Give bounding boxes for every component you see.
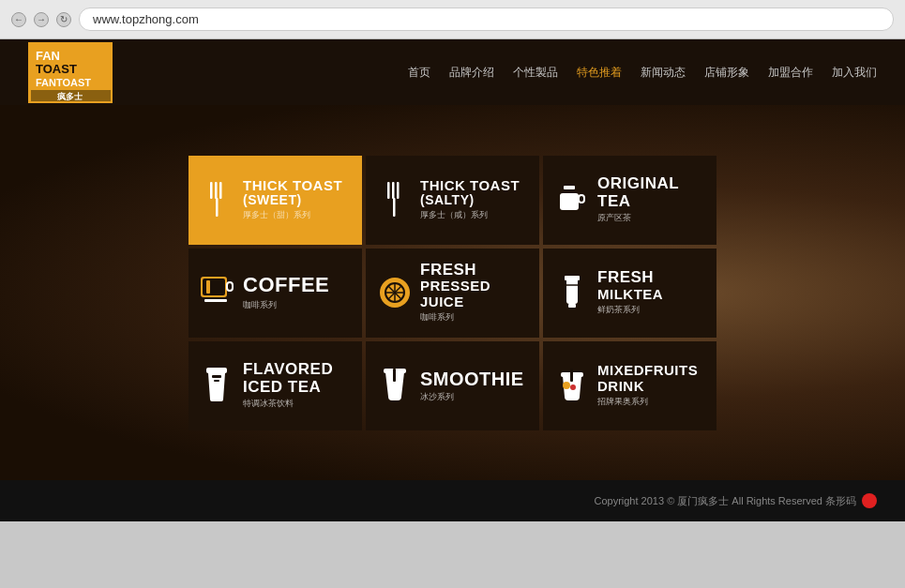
nav-news[interactable]: 新闻动态: [641, 65, 686, 81]
svg-rect-7: [215, 182, 218, 199]
menu-item-smoothie[interactable]: SMOOTHIE 冰沙系列: [366, 341, 539, 430]
cell-subtitle-mixedfruits-cn: 招牌果奥系列: [597, 396, 698, 408]
cell-title-milktea2: MILKTEA: [597, 287, 663, 303]
cell-title-juice2: PRESSED JUICE: [420, 279, 528, 309]
hero-section: THICK TOAST (SWEET) 厚多士（甜）系列 THICK TOA: [0, 105, 905, 480]
weibo-icon[interactable]: [862, 493, 877, 508]
iced-tea-icon: [200, 368, 235, 403]
menu-grid: THICK TOAST (SWEET) 厚多士（甜）系列 THICK TOA: [189, 156, 716, 430]
cell-text-mixedfruits: MIXEDFRUITS DRINK 招牌果奥系列: [597, 363, 698, 408]
main-nav: 首页 品牌介绍 个性製品 特色推着 新闻动态 店铺形象 加盟合作 加入我们: [408, 65, 877, 81]
menu-item-original-tea[interactable]: ORIGINAL TEA 原产区茶: [543, 156, 716, 245]
nav-join[interactable]: 加入我们: [832, 65, 877, 81]
fork-icon: [200, 182, 235, 218]
fork-icon-2: [377, 182, 413, 218]
svg-rect-20: [204, 299, 227, 302]
cell-title-juice: FRESH: [420, 262, 528, 279]
cell-title-mixedfruits2: DRINK: [597, 379, 698, 395]
svg-rect-32: [206, 368, 227, 373]
cell-title-iced-tea: FLAVORED: [243, 361, 333, 379]
svg-rect-16: [564, 186, 575, 189]
nav-brand[interactable]: 品牌介绍: [449, 65, 494, 81]
cell-subtitle-original-tea-cn: 原产区茶: [597, 212, 705, 224]
smoothie-icon: [377, 368, 413, 403]
svg-rect-34: [214, 380, 219, 382]
cell-title: THICK TOAST: [243, 178, 342, 194]
logo[interactable]: FAN TOAST FANTOAST 疯多士: [28, 42, 113, 103]
svg-rect-19: [227, 282, 233, 291]
cell-subtitle-salty: (SALTY): [420, 193, 520, 207]
menu-item-fresh-pressed-juice[interactable]: FRESH PRESSED JUICE 咖啡系列: [366, 249, 539, 338]
cell-subtitle-smoothie-cn: 冰沙系列: [420, 391, 524, 403]
cell-text: THICK TOAST (SWEET) 厚多士（甜）系列: [243, 178, 342, 222]
svg-rect-18: [203, 279, 225, 295]
svg-point-40: [570, 384, 576, 390]
svg-rect-10: [387, 182, 390, 199]
cell-subtitle-milktea-cn: 鲜奶茶系列: [597, 304, 663, 316]
svg-rect-29: [565, 276, 580, 280]
nav-home[interactable]: 首页: [408, 65, 430, 81]
svg-rect-38: [570, 369, 573, 382]
svg-text:FAN: FAN: [36, 49, 60, 63]
svg-rect-36: [393, 369, 396, 382]
svg-rect-30: [568, 304, 576, 308]
svg-rect-12: [397, 182, 400, 199]
svg-text:疯多士: 疯多士: [56, 92, 83, 101]
cell-text-juice: FRESH PRESSED JUICE 咖啡系列: [420, 262, 528, 324]
browser-chrome: ← → ↻ www.topzhong.com: [0, 0, 905, 39]
cell-subtitle-iced-tea-cn: 特调冰茶饮料: [243, 398, 333, 410]
cell-subtitle-coffee-cn: 咖啡系列: [243, 299, 329, 311]
svg-point-39: [563, 382, 570, 389]
cell-title-original-tea: ORIGINAL TEA: [597, 175, 705, 210]
nav-franchise[interactable]: 加盟合作: [768, 65, 813, 81]
menu-item-fresh-milktea[interactable]: FRESH MILKTEA 鲜奶茶系列: [543, 249, 716, 338]
svg-rect-14: [560, 193, 579, 210]
cell-subtitle-cn: 厚多士（甜）系列: [243, 209, 342, 221]
svg-text:TOAST: TOAST: [36, 62, 77, 76]
svg-rect-9: [216, 198, 219, 217]
cell-title-coffee: COFFEE: [243, 274, 329, 296]
coffee-icon: [200, 275, 235, 310]
cell-text-salty: THICK TOAST (SALTY) 厚多士（咸）系列: [420, 178, 520, 222]
menu-item-thick-toast-sweet[interactable]: THICK TOAST (SWEET) 厚多士（甜）系列: [189, 156, 362, 245]
svg-text:FANTOAST: FANTOAST: [36, 77, 91, 88]
forward-button[interactable]: →: [34, 12, 49, 27]
svg-rect-28: [566, 278, 578, 304]
cell-text-milktea: FRESH MILKTEA 鲜奶茶系列: [597, 269, 663, 316]
menu-item-mixedfruits-drink[interactable]: MIXEDFRUITS DRINK 招牌果奥系列: [543, 341, 716, 430]
cup-icon: [554, 182, 590, 218]
fruits-icon: [554, 368, 590, 403]
svg-rect-15: [579, 195, 584, 203]
copyright-text: Copyright 2013 © 厦门疯多士 All Rights Reserv…: [594, 494, 856, 508]
milk-icon: [554, 275, 590, 310]
svg-rect-6: [210, 182, 213, 199]
cell-title-iced-tea2: ICED TEA: [243, 379, 333, 397]
menu-item-coffee[interactable]: COFFEE 咖啡系列: [189, 249, 362, 338]
address-bar[interactable]: www.topzhong.com: [79, 8, 894, 31]
cell-title-salty: THICK TOAST: [420, 178, 520, 194]
cell-subtitle-juice-cn: 咖啡系列: [420, 311, 528, 324]
svg-rect-8: [219, 182, 222, 199]
svg-rect-33: [212, 375, 221, 378]
cell-subtitle-salty-cn: 厚多士（咸）系列: [420, 209, 520, 221]
back-button[interactable]: ←: [11, 12, 26, 27]
cell-title-milktea: FRESH: [597, 269, 663, 287]
header: FAN TOAST FANTOAST 疯多士 首页 品牌介绍 个性製品 特色推着…: [0, 39, 905, 105]
website: FAN TOAST FANTOAST 疯多士 首页 品牌介绍 个性製品 特色推着…: [0, 39, 905, 521]
refresh-button[interactable]: ↻: [56, 12, 71, 27]
menu-item-thick-toast-salty[interactable]: THICK TOAST (SALTY) 厚多士（咸）系列: [366, 156, 539, 245]
cell-subtitle-en: (SWEET): [243, 193, 342, 207]
svg-rect-13: [393, 198, 396, 217]
menu-item-flavored-iced-tea[interactable]: FLAVORED ICED TEA 特调冰茶饮料: [189, 341, 362, 430]
cell-text-smoothie: SMOOTHIE 冰沙系列: [420, 369, 524, 403]
orange-icon: [377, 275, 413, 310]
cell-text-coffee: COFFEE 咖啡系列: [243, 274, 329, 310]
cell-title-mixedfruits: MIXEDFRUITS: [597, 363, 698, 379]
cell-text-original-tea: ORIGINAL TEA 原产区茶: [597, 175, 705, 224]
nav-stores[interactable]: 店铺形象: [704, 65, 749, 81]
nav-featured[interactable]: 特色推着: [577, 65, 622, 81]
footer: Copyright 2013 © 厦门疯多士 All Rights Reserv…: [0, 480, 905, 521]
cell-title-smoothie: SMOOTHIE: [420, 369, 524, 389]
nav-products[interactable]: 个性製品: [513, 65, 558, 81]
svg-rect-11: [392, 182, 395, 199]
